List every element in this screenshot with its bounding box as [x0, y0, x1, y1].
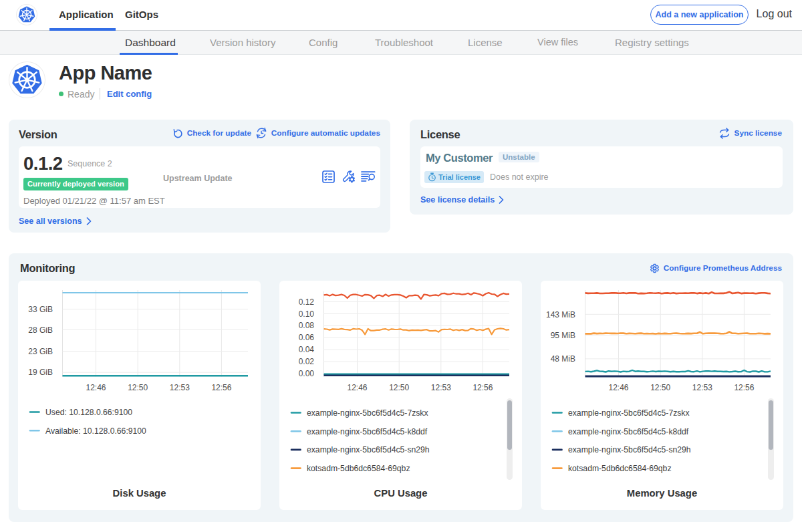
- svg-text:48 MiB: 48 MiB: [551, 354, 575, 364]
- svg-text:example-nginx-5bc6f5d4c5-sn29h: example-nginx-5bc6f5d4c5-sn29h: [307, 445, 430, 454]
- svg-text:12:46: 12:46: [86, 383, 106, 392]
- svg-text:12:53: 12:53: [170, 383, 190, 392]
- svg-text:Available: 10.128.0.66:9100: Available: 10.128.0.66:9100: [45, 426, 146, 436]
- svg-text:95 MiB: 95 MiB: [551, 331, 575, 340]
- svg-text:23 GiB: 23 GiB: [28, 347, 53, 356]
- svg-text:example-nginx-5bc6f5d4c5-7zskx: example-nginx-5bc6f5d4c5-7zskx: [307, 408, 428, 418]
- svg-text:example-nginx-5bc6f5d4c5-sn29h: example-nginx-5bc6f5d4c5-sn29h: [568, 445, 691, 454]
- svg-text:0.08: 0.08: [299, 321, 315, 330]
- svg-text:12:53: 12:53: [431, 383, 451, 392]
- svg-text:12:46: 12:46: [347, 383, 367, 392]
- svg-text:33 GiB: 33 GiB: [28, 305, 53, 314]
- svg-text:12:46: 12:46: [608, 383, 628, 392]
- svg-text:28 GiB: 28 GiB: [28, 325, 53, 335]
- svg-text:kotsadm-5db6dc6584-69qbz: kotsadm-5db6dc6584-69qbz: [568, 464, 671, 473]
- svg-text:143 MiB: 143 MiB: [546, 310, 575, 319]
- svg-text:0.00: 0.00: [299, 369, 315, 378]
- svg-text:example-nginx-5bc6f5d4c5-7zskx: example-nginx-5bc6f5d4c5-7zskx: [568, 408, 690, 418]
- svg-text:12:50: 12:50: [650, 383, 670, 392]
- svg-text:0.04: 0.04: [299, 345, 315, 354]
- svg-text:0.12: 0.12: [299, 297, 315, 307]
- svg-text:0.10: 0.10: [299, 309, 315, 319]
- svg-text:0.06: 0.06: [299, 333, 315, 342]
- svg-text:Used: 10.128.0.66:9100: Used: 10.128.0.66:9100: [45, 408, 132, 417]
- svg-text:12:56: 12:56: [473, 383, 493, 392]
- svg-text:example-nginx-5bc6f5d4c5-k8ddf: example-nginx-5bc6f5d4c5-k8ddf: [568, 427, 689, 436]
- svg-text:kotsadm-5db6dc6584-69qbz: kotsadm-5db6dc6584-69qbz: [307, 464, 410, 473]
- svg-text:0.02: 0.02: [299, 357, 315, 366]
- svg-text:12:56: 12:56: [734, 383, 754, 392]
- svg-text:example-nginx-5bc6f5d4c5-k8ddf: example-nginx-5bc6f5d4c5-k8ddf: [307, 427, 428, 436]
- svg-text:12:53: 12:53: [692, 383, 712, 392]
- svg-text:19 GiB: 19 GiB: [28, 368, 53, 377]
- svg-text:12:50: 12:50: [389, 383, 409, 392]
- svg-text:12:56: 12:56: [211, 383, 231, 392]
- svg-text:12:50: 12:50: [128, 383, 148, 392]
